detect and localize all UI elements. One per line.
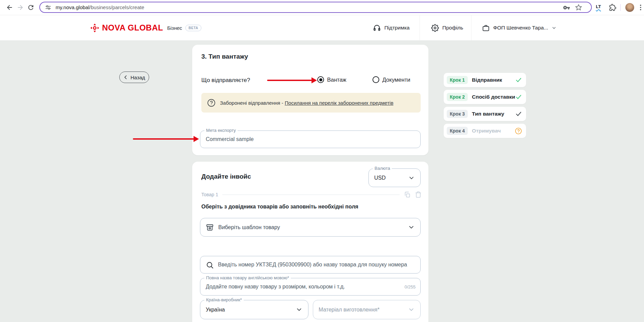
pending-question-icon — [515, 127, 522, 135]
reload-icon[interactable] — [27, 4, 35, 11]
brand-name: NOVA GLOBAL — [102, 23, 163, 33]
radio-cargo[interactable]: Вантаж — [317, 76, 346, 83]
menu-dots-icon[interactable] — [637, 4, 644, 11]
country-select[interactable]: Країна-виробник* Україна — [200, 300, 308, 319]
divider-line — [222, 195, 400, 195]
languagetool-icon[interactable]: LT — [596, 4, 603, 12]
back-button[interactable]: Назад — [119, 72, 149, 83]
key-icon[interactable] — [563, 4, 570, 11]
product-name-field[interactable]: Повна назва товару англійською мовою* 0/… — [200, 278, 421, 296]
currency-value: USD — [374, 175, 386, 181]
cargo-type-card: 3. Тип вантажу Що відправляєте? Вантаж Д… — [192, 45, 428, 155]
checkmark-icon — [515, 94, 522, 100]
gear-icon — [431, 24, 439, 32]
question-circle-icon — [207, 99, 216, 107]
step-1-card[interactable]: Крок 1 Відправник — [444, 73, 526, 87]
step-badge: Крок 4 — [447, 127, 468, 135]
steps-sidebar: Крок 1 Відправник Крок 2 Спосіб доставки… — [444, 73, 526, 141]
beta-badge: BETA — [185, 25, 201, 31]
header-separator — [420, 15, 420, 40]
support-button[interactable]: Підтримка — [373, 15, 409, 40]
step-label: Отримувач — [472, 128, 501, 134]
extensions-puzzle-icon[interactable] — [609, 4, 616, 11]
chevron-down-icon — [408, 306, 415, 313]
step-label: Спосіб доставки — [472, 94, 515, 100]
briefcase-icon — [482, 24, 490, 32]
chevron-down-icon — [408, 175, 415, 181]
screen: my.nova.global/business/parcels/create L… — [0, 0, 644, 322]
step-badge: Крок 1 — [447, 76, 468, 84]
profile-label: Профіль — [442, 25, 463, 31]
step-label: Відправник — [472, 77, 502, 83]
radio-documents-label: Документи — [382, 77, 410, 83]
chevron-down-icon — [296, 306, 303, 313]
forbidden-items-banner: Заборонені відправлення - Посилання на п… — [201, 93, 421, 113]
trash-icon[interactable] — [415, 191, 422, 198]
char-counter: 0/255 — [404, 284, 416, 289]
item-divider: Товар 1 — [201, 190, 422, 199]
step-badge: Крок 3 — [447, 110, 468, 118]
invoice-title: Додайте інвойс — [201, 173, 251, 180]
product-template-select[interactable]: Виберіть шаблон товару — [200, 218, 421, 237]
back-icon[interactable] — [6, 4, 13, 11]
red-arrow-annotation — [133, 138, 194, 140]
account-label: ФОП Шевченко Тара... — [493, 25, 548, 31]
checkmark-icon — [515, 77, 522, 83]
material-select[interactable]: Матеріал виготовлення* — [313, 300, 421, 319]
profile-button[interactable]: Профіль — [431, 15, 463, 40]
forbidden-items-link[interactable]: Посилання на перелік заборонених предмет… — [285, 100, 394, 106]
back-label: Назад — [130, 75, 145, 80]
copy-icon[interactable] — [404, 191, 411, 198]
radio-cargo-label: Вантаж — [327, 77, 346, 83]
uktzed-search-field[interactable] — [200, 256, 421, 274]
step-badge: Крок 2 — [447, 93, 468, 101]
banner-text: Заборонені відправлення - Посилання на п… — [220, 100, 394, 106]
browser-toolbar: my.nova.global/business/parcels/create L… — [0, 0, 644, 15]
app-header: NOVA GLOBAL Бізнес BETA Підтримка Профіл… — [0, 15, 644, 40]
step-3-card[interactable]: Крок 3 Тип вантажу — [444, 107, 526, 121]
header-separator — [471, 15, 471, 40]
archive-box-icon — [206, 223, 214, 232]
chevron-down-icon — [551, 25, 557, 31]
section-title: 3. Тип вантажу — [201, 53, 248, 60]
material-placeholder: Матеріал виготовлення* — [319, 307, 380, 313]
site-info-icon[interactable] — [45, 4, 52, 11]
brand-product: Бізнес — [167, 25, 182, 31]
star-icon[interactable] — [575, 4, 582, 11]
url-text: my.nova.global/business/parcels/create — [56, 4, 144, 10]
export-purpose-input[interactable] — [200, 131, 420, 148]
radio-documents[interactable]: Документи — [373, 76, 410, 83]
uktzed-search-input[interactable] — [200, 256, 420, 273]
avatar[interactable] — [625, 3, 634, 12]
template-placeholder: Виберіть шаблон товару — [218, 224, 280, 230]
account-switcher[interactable]: ФОП Шевченко Тара... — [482, 15, 557, 40]
nova-global-logo-icon — [90, 23, 99, 33]
country-value: Україна — [206, 307, 225, 313]
toolbar-separator — [620, 4, 621, 11]
chevron-down-icon — [408, 224, 415, 231]
export-purpose-field[interactable]: Мета експорту — [200, 130, 421, 148]
step-4-card[interactable]: Крок 4 Отримувач — [444, 124, 526, 138]
forward-icon[interactable] — [17, 4, 24, 11]
catalog-helper-text: Оберіть з довідника товарів або заповніт… — [201, 204, 358, 210]
headphones-icon — [373, 24, 381, 32]
invoice-card: Додайте інвойс Валюта USD Товар 1 Оберіт… — [192, 162, 428, 322]
step-2-card[interactable]: Крок 2 Спосіб доставки — [444, 90, 526, 104]
nova-global-logo[interactable]: NOVA GLOBAL Бізнес BETA — [90, 15, 201, 40]
checkmark-icon — [515, 110, 522, 117]
support-label: Підтримка — [384, 25, 409, 31]
url-bar[interactable]: my.nova.global/business/parcels/create — [39, 2, 592, 13]
send-question-label: Що відправляєте? — [201, 77, 250, 84]
currency-select[interactable]: Валюта USD — [368, 168, 421, 187]
product-name-input[interactable] — [200, 278, 420, 295]
step-label: Тип вантажу — [472, 111, 504, 117]
red-arrow-annotation — [267, 80, 312, 81]
chevron-left-icon — [123, 75, 128, 80]
radio-unselected-icon — [373, 76, 379, 83]
radio-selected-icon — [317, 76, 324, 83]
item-label: Товар 1 — [201, 192, 218, 197]
